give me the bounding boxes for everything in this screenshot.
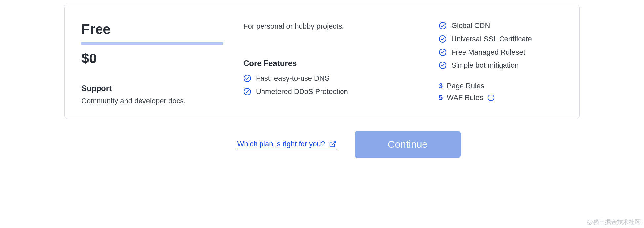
plan-right-column: Global CDN Universal SSL Certificate Fre… — [439, 21, 563, 105]
limit-count: 3 — [439, 82, 443, 90]
check-circle-icon — [439, 35, 447, 43]
limit-label: WAF Rules — [447, 94, 483, 102]
feature-label: Unmetered DDoS Protection — [256, 87, 348, 96]
feature-label: Simple bot mitigation — [451, 61, 519, 70]
plan-tagline: For personal or hobby projects. — [243, 22, 419, 31]
support-heading: Support — [81, 84, 223, 93]
plan-price: $0 — [81, 51, 223, 66]
limit-count: 5 — [439, 94, 443, 102]
feature-row: Global CDN — [439, 21, 563, 30]
feature-row: Free Managed Ruleset — [439, 48, 563, 57]
feature-label: Fast, easy-to-use DNS — [256, 74, 330, 83]
limit-label: Page Rules — [447, 82, 484, 90]
plan-mid-column: For personal or hobby projects. Core Fea… — [243, 21, 419, 105]
external-link-icon — [329, 140, 336, 148]
check-circle-icon — [243, 74, 251, 82]
plan-left-column: Free $0 Support Community and developer … — [81, 21, 223, 105]
plan-limits: 3 Page Rules 5 WAF Rules — [439, 82, 563, 105]
feature-row: Fast, easy-to-use DNS — [243, 74, 419, 83]
check-circle-icon — [243, 88, 251, 95]
support-description: Community and developer docs. — [81, 97, 223, 105]
watermark: @稀土掘金技术社区 — [587, 218, 641, 226]
continue-button[interactable]: Continue — [355, 131, 461, 158]
svg-point-8 — [491, 96, 491, 97]
feature-row: Unmetered DDoS Protection — [243, 87, 419, 96]
feature-label: Free Managed Ruleset — [451, 48, 525, 57]
svg-line-9 — [332, 141, 335, 144]
core-features-heading: Core Features — [243, 59, 419, 68]
limit-row: 3 Page Rules — [439, 82, 563, 90]
limit-row: 5 WAF Rules — [439, 94, 563, 102]
feature-label: Global CDN — [451, 21, 490, 30]
feature-row: Universal SSL Certificate — [439, 35, 563, 43]
plan-underline — [81, 42, 223, 45]
help-link-label: Which plan is right for you? — [237, 140, 325, 148]
check-circle-icon — [439, 61, 447, 69]
feature-row: Simple bot mitigation — [439, 61, 563, 70]
feature-label: Universal SSL Certificate — [451, 35, 532, 43]
check-circle-icon — [439, 48, 447, 56]
help-link[interactable]: Which plan is right for you? — [237, 140, 336, 149]
plan-card: Free $0 Support Community and developer … — [64, 5, 580, 119]
check-circle-icon — [439, 22, 447, 30]
plan-name: Free — [81, 21, 223, 37]
info-icon[interactable] — [487, 94, 495, 101]
plan-actions: Which plan is right for you? Continue — [64, 131, 461, 158]
